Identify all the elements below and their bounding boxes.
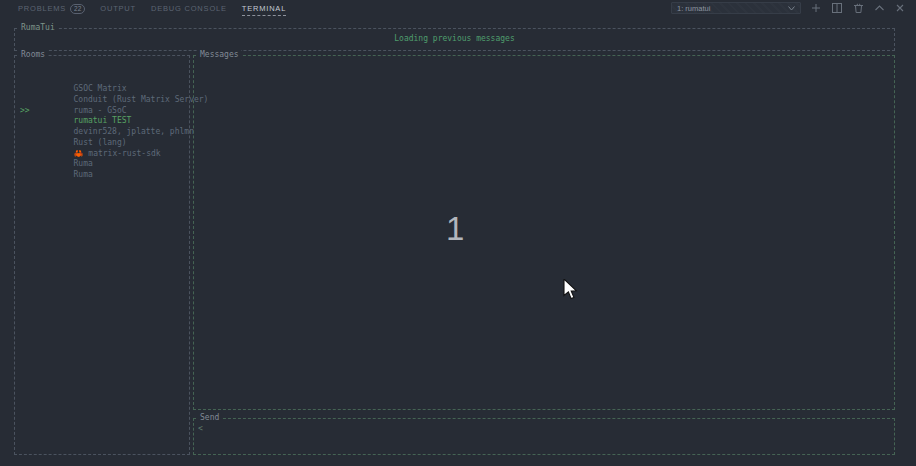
rumatui-header-box: RumaTui Loading previous messages	[14, 28, 895, 51]
rooms-panel-title: Rooms	[19, 50, 47, 60]
room-list-item[interactable]: Ruma	[15, 138, 189, 149]
tab-debug-console-label: DEBUG CONSOLE	[151, 4, 227, 13]
room-list-item[interactable]: Rust (lang)	[15, 116, 189, 127]
tab-problems[interactable]: PROBLEMS 22	[18, 1, 85, 16]
send-panel[interactable]: Send <	[193, 418, 895, 455]
room-list-item[interactable]: >> rumatui TEST	[15, 95, 189, 106]
terminal-picker-value: 1: rumatui	[677, 4, 710, 13]
messages-panel-title: Messages	[198, 50, 241, 60]
message-row: @devinr528:matrix.org: 🎉 🎊🎊 let's PARTY!…	[198, 95, 894, 106]
kill-terminal-icon[interactable]	[852, 2, 864, 14]
messages-panel: Messages @devinr528:matrix.org: send mes…	[193, 55, 895, 410]
tab-problems-label: PROBLEMS	[18, 4, 66, 13]
rooms-panel: Rooms GSOC Matrix Conduit (Rust Matrix S…	[14, 55, 190, 455]
tab-output[interactable]: OUTPUT	[100, 1, 136, 15]
room-list-item[interactable]: devinr528, jplatte, phlmn	[15, 106, 189, 117]
mouse-cursor	[563, 279, 578, 304]
terminal-picker-dropdown[interactable]: 1: rumatui	[671, 2, 801, 14]
room-name: Ruma	[74, 170, 93, 179]
tab-terminal[interactable]: TERMINAL	[242, 1, 286, 16]
terminal-group-indicator: 1	[446, 211, 470, 247]
message-row: @devinr528:matrix.org: !party	[198, 138, 894, 149]
message-row: @devinr528:matrix.org: 🎉 🎊🎊 let's PARTY!…	[198, 74, 894, 85]
tab-terminal-label: TERMINAL	[242, 4, 286, 13]
loading-status: Loading previous messages	[15, 34, 894, 43]
tab-output-label: OUTPUT	[100, 4, 136, 13]
chevron-down-icon	[788, 4, 795, 13]
close-panel-icon[interactable]	[894, 2, 906, 14]
room-list-item[interactable]: Conduit (Rust Matrix Server)	[15, 74, 189, 85]
tab-debug-console[interactable]: DEBUG CONSOLE	[151, 1, 227, 15]
message-row: @devinr528:matrix.org: hello	[198, 159, 894, 170]
message-list: @devinr528:matrix.org: send message with…	[194, 56, 894, 170]
terminal-controls: 1: rumatui	[671, 2, 916, 14]
message-row: @devinr528:matrix.org: !party	[198, 116, 894, 127]
room-list-item[interactable]: ruma - GSoC	[15, 84, 189, 95]
message-row: @devinr528:matrix.org: 🎉 🎊🎊 let's PARTY!…	[198, 149, 894, 160]
panel-tab-bar: PROBLEMS 22 OUTPUT DEBUG CONSOLE TERMINA…	[0, 0, 916, 16]
room-name: Ruma	[74, 159, 93, 168]
panel-tabs: PROBLEMS 22 OUTPUT DEBUG CONSOLE TERMINA…	[0, 1, 286, 16]
maximize-panel-icon[interactable]	[873, 2, 885, 14]
room-list-item[interactable]: 🦀 matrix-rust-sdk	[15, 127, 189, 138]
room-list: GSOC Matrix Conduit (Rust Matrix Server)…	[15, 56, 189, 159]
room-list-item[interactable]: GSOC Matrix	[15, 63, 189, 74]
message-row: @devinr528:matrix.org: 🎉 🎊🎊 let's PARTY!…	[198, 84, 894, 95]
new-terminal-icon[interactable]	[810, 2, 822, 14]
send-panel-title: Send	[198, 413, 221, 423]
message-row: @devinr528:matrix.org: send message with…	[198, 63, 894, 74]
room-list-item[interactable]: Ruma	[15, 149, 189, 160]
problems-count-badge: 22	[70, 4, 85, 14]
message-row: @devinr528:matrix.org: 🎉 🎊🎊 let's PARTY!…	[198, 106, 894, 117]
message-row: @devinr528:matrix.org: 🎉 🎊🎊 let's PARTY!…	[198, 127, 894, 138]
app-title: RumaTui	[19, 23, 57, 33]
split-terminal-icon[interactable]	[831, 2, 843, 14]
send-input[interactable]: <	[194, 419, 894, 434]
